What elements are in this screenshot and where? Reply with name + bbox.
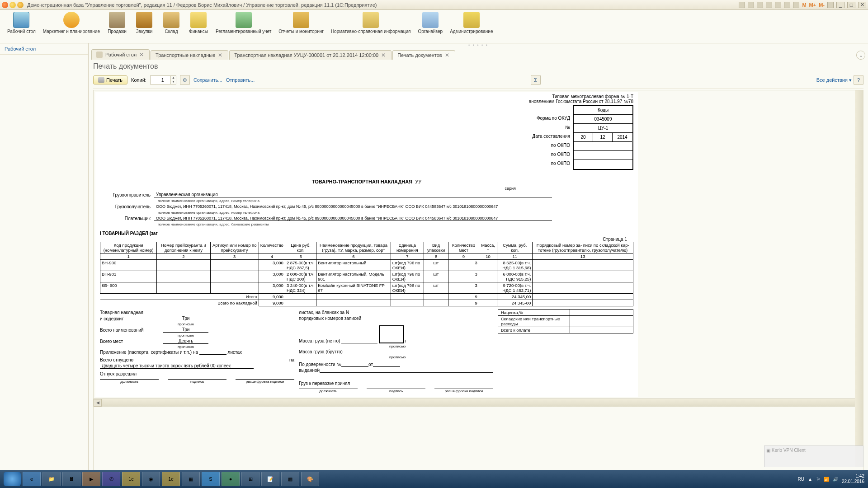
issued-value: [320, 372, 493, 373]
close-icon[interactable]: ✕: [218, 52, 223, 58]
nav-organizer[interactable]: Органайзер: [415, 11, 447, 42]
tab-label: Печать документов: [397, 52, 442, 58]
m-plus-indicator[interactable]: M+: [809, 2, 816, 8]
sigma-button[interactable]: Σ: [531, 75, 541, 85]
copies-spinner[interactable]: ▲▼: [171, 75, 176, 84]
col-num: 2: [157, 253, 210, 260]
sys-icon[interactable]: [775, 2, 781, 8]
task-app[interactable]: ▦: [182, 472, 200, 486]
taskbar: e 📁 🖩 ▶ ✆ 1c ◉ 1c ▦ S ● ⊞ 📝 ▩ 🎨 RU ▲ ⚐ 📶…: [0, 470, 868, 488]
task-calc[interactable]: 🖩: [62, 472, 80, 486]
dover-label: По доверенности №: [299, 362, 341, 367]
tray-lang[interactable]: RU: [798, 477, 804, 482]
netto-value: [341, 343, 377, 343]
task-notes[interactable]: 📝: [261, 472, 279, 486]
m-indicator[interactable]: M: [802, 2, 806, 8]
nav-purchase[interactable]: Закупки: [131, 11, 158, 42]
receiver-sub: полное наименование организации, адрес, …: [158, 211, 259, 215]
close-icon[interactable]: ✕: [445, 52, 450, 58]
document-viewport[interactable]: Типовая межотраслевая форма № 1-Т ановле…: [93, 90, 863, 475]
surcharge-table: Наценка,% Складские или транспортные рас…: [498, 309, 633, 333]
tab-print[interactable]: Печать документов✕: [392, 50, 455, 60]
nav-admin[interactable]: Администрирование: [446, 11, 496, 42]
names-label: Всего наименований: [100, 328, 163, 333]
maximize-button[interactable]: □: [847, 2, 855, 8]
sig-position: должность: [100, 379, 159, 384]
names-value: Три: [163, 327, 208, 333]
drag-handle[interactable]: • • • • •: [89, 43, 868, 47]
settings-button[interactable]: ⚙: [180, 75, 190, 85]
grand-total-row: Всего по накладной9,000924 345-00: [100, 300, 633, 306]
date-label: Дата составления: [532, 132, 573, 141]
task-media[interactable]: ▶: [82, 472, 100, 486]
tray-icon[interactable]: ▲: [808, 477, 812, 482]
date-day: 20: [574, 133, 593, 142]
released-sum: Двадцать четыре тысячи триста сорок пять…: [100, 363, 254, 369]
sys-icon[interactable]: [757, 2, 763, 8]
task-ie[interactable]: e: [23, 472, 41, 486]
netto-label: Масса груза (нетто): [299, 338, 340, 343]
nav-nsi[interactable]: Нормативно-справочная информация: [327, 11, 415, 42]
form-line: ановлением Госкомстата России от 28.11.9…: [529, 99, 633, 104]
tray-network-icon[interactable]: 📶: [824, 477, 829, 482]
collapse-button[interactable]: ⌄: [856, 51, 865, 60]
nav-stock[interactable]: Склад: [158, 11, 185, 42]
form-line: Типовая межотраслевая форма № 1-Т: [529, 94, 633, 99]
task-viber[interactable]: ✆: [102, 472, 120, 486]
tn-label: Товарная накладная: [100, 310, 163, 315]
nav-marketing[interactable]: Маркетинг и планирование: [39, 11, 104, 42]
task-paint[interactable]: 🎨: [301, 472, 319, 486]
close-button[interactable]: ✕: [858, 2, 866, 8]
task-1c-2[interactable]: 1c: [162, 472, 180, 486]
vertical-scrollbar[interactable]: [855, 90, 863, 467]
help-icon[interactable]: [827, 2, 834, 8]
all-actions-link[interactable]: Все действия ▾: [816, 77, 852, 83]
print-button[interactable]: Печать: [93, 75, 127, 84]
col-num: 6: [316, 253, 391, 260]
tray-clock[interactable]: 1:42 22.01.2016: [842, 474, 864, 484]
tab-transport-list[interactable]: Транспортные накладные✕: [151, 50, 228, 60]
nav-desktop[interactable]: Рабочий стол: [4, 11, 39, 42]
left-panel-title[interactable]: Рабочий стол: [0, 43, 88, 55]
col-header: Количество: [259, 242, 285, 253]
close-icon[interactable]: ✕: [381, 52, 387, 58]
task-app2[interactable]: ●: [222, 472, 240, 486]
sys-icon[interactable]: [793, 2, 799, 8]
prop-sub: прописью: [389, 344, 406, 348]
start-button[interactable]: [4, 472, 21, 486]
tray-icon[interactable]: ⚐: [816, 477, 820, 482]
goods-table: Код продукции (номенклатурный номер)Номе…: [100, 242, 633, 306]
send-link[interactable]: Отправить...: [226, 77, 255, 83]
save-link[interactable]: Сохранить...: [193, 77, 222, 83]
m-minus-indicator[interactable]: M-: [819, 2, 825, 8]
task-app4[interactable]: ▩: [281, 472, 299, 486]
task-skype[interactable]: S: [202, 472, 220, 486]
series-label: серия: [100, 186, 516, 191]
sys-icon[interactable]: [748, 2, 754, 8]
favorite-icon[interactable]: [17, 2, 24, 8]
task-explorer[interactable]: 📁: [42, 472, 61, 486]
sys-icon[interactable]: [766, 2, 772, 8]
minimize-button[interactable]: _: [836, 2, 844, 8]
nav-sales[interactable]: Продажи: [104, 11, 131, 42]
copies-input[interactable]: [150, 75, 171, 84]
help-button[interactable]: ?: [854, 75, 863, 85]
clock-date: 22.01.2016: [842, 479, 864, 484]
horizontal-scrollbar[interactable]: ◀▶: [94, 399, 863, 407]
tab-desktop[interactable]: Рабочий стол✕: [91, 49, 150, 60]
sys-icon[interactable]: [739, 2, 745, 8]
sys-icon[interactable]: [784, 2, 790, 8]
tab-transport-doc[interactable]: Транспортная накладная УУЦУ-000001 от 20…: [229, 50, 392, 60]
vpn-notification[interactable]: ▣ Kerio VPN Client: [764, 446, 863, 467]
nav-label: Нормативно-справочная информация: [331, 29, 411, 34]
nav-reports[interactable]: Отчеты и мониторинг: [275, 11, 327, 42]
task-chrome[interactable]: ◉: [142, 472, 160, 486]
close-icon[interactable]: ✕: [139, 52, 145, 57]
nav-finance[interactable]: Финансы: [185, 11, 212, 42]
col-num: 1: [100, 253, 157, 260]
task-1c[interactable]: 1c: [122, 472, 140, 486]
organizer-icon: [422, 12, 439, 28]
tray-sound-icon[interactable]: 🔊: [833, 477, 838, 482]
nav-regulated[interactable]: Регламентированный учет: [212, 11, 275, 42]
task-app3[interactable]: ⊞: [241, 472, 259, 486]
